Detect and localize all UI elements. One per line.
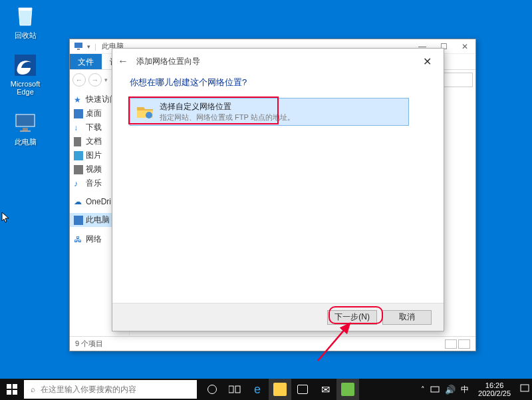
svg-rect-12	[229, 386, 233, 393]
cancel-button[interactable]: 取消	[382, 310, 432, 325]
tray-expand-button[interactable]: ˄	[421, 385, 425, 394]
start-button[interactable]	[0, 379, 24, 400]
tray-network-icon[interactable]	[430, 384, 440, 395]
wizard-title: 添加网络位置向导	[136, 56, 200, 67]
sidebar-label: 文档	[86, 136, 102, 147]
desktop-icon	[74, 109, 83, 118]
videos-icon	[74, 165, 83, 174]
svg-rect-14	[431, 387, 439, 392]
recycle-bin-icon	[12, 3, 39, 29]
nav-forward-button[interactable]: →	[88, 73, 102, 87]
thispc-icon	[12, 109, 39, 136]
svg-rect-15	[521, 385, 529, 391]
taskbar-cortana-button[interactable]	[201, 379, 223, 400]
nav-back-button[interactable]: ←	[72, 73, 86, 87]
desktop-icon-label: Microsoft Edge	[4, 80, 47, 96]
down-arrow-icon[interactable]: ▾	[87, 43, 90, 50]
wizard-header: ← 添加网络位置向导 ✕	[112, 49, 444, 74]
desktop-icon-label: 回收站	[4, 31, 47, 41]
svg-rect-9	[13, 384, 17, 389]
svg-point-6	[146, 112, 152, 118]
mail-icon: ✉	[319, 383, 332, 396]
taskbar: ⌕ 在这里输入你要搜索的内容 e ✉ ˄ 🔊 中 16:26 2020/2/25	[0, 379, 532, 400]
tray-notifications-button[interactable]	[520, 384, 529, 395]
wizard-close-button[interactable]: ✕	[416, 53, 438, 71]
thispc-small-icon	[74, 41, 83, 52]
taskbar-taskview-button[interactable]	[223, 379, 246, 400]
edge-icon: e	[251, 383, 264, 396]
tab-file[interactable]: 文件	[70, 54, 102, 69]
desktop-this-pc[interactable]: 此电脑	[4, 109, 47, 147]
network-icon: 🖧	[74, 235, 83, 244]
option-title: 选择自定义网络位置	[160, 102, 295, 112]
tray-clock[interactable]: 16:26 2020/2/25	[474, 381, 515, 397]
svg-rect-2	[23, 128, 28, 130]
download-icon: ↓	[74, 123, 83, 132]
folder-network-icon	[136, 102, 154, 120]
sidebar-label: 图片	[86, 150, 102, 161]
mouse-cursor-icon	[1, 212, 11, 224]
taskbar-app-explorer[interactable]	[269, 379, 291, 400]
svg-rect-4	[74, 43, 82, 48]
document-icon	[74, 137, 83, 146]
svg-rect-10	[7, 390, 11, 395]
onedrive-icon: ☁	[74, 197, 83, 206]
svg-rect-13	[235, 386, 240, 393]
folder-icon	[273, 383, 287, 396]
clock-date: 2020/2/25	[478, 389, 511, 397]
star-icon: ★	[74, 95, 83, 104]
sidebar-label: OneDri	[86, 197, 111, 206]
add-network-location-wizard: ← 添加网络位置向导 ✕ 你想在哪儿创建这个网络位置? 选择自定义网络位置 指定…	[112, 48, 444, 331]
pictures-icon	[74, 151, 83, 160]
status-item-count: 9 个项目	[75, 339, 103, 349]
edge-icon	[12, 52, 39, 79]
sidebar-label: 此电脑	[86, 214, 110, 226]
sidebar-label: 音乐	[86, 178, 102, 189]
svg-rect-3	[20, 130, 31, 132]
view-details-button[interactable]	[445, 339, 457, 349]
svg-rect-11	[13, 390, 17, 395]
wizard-footer: 下一步(N) 取消	[112, 303, 444, 331]
desktop-icon-label: 此电脑	[4, 137, 47, 147]
tray-volume-icon[interactable]: 🔊	[445, 385, 456, 395]
sidebar-label: 下载	[86, 122, 102, 133]
taskbar-app-store[interactable]	[291, 379, 314, 400]
nav-history-dropdown[interactable]: ▾	[104, 77, 108, 83]
clock-time: 16:26	[478, 381, 511, 389]
wizard-back-button[interactable]: ←	[118, 55, 131, 67]
sidebar-label: 桌面	[86, 108, 102, 119]
search-icon: ⌕	[31, 385, 35, 394]
thispc-icon	[74, 216, 83, 225]
desktop-recycle-bin[interactable]: 回收站	[4, 3, 47, 41]
taskbar-search-input[interactable]: ⌕ 在这里输入你要搜索的内容	[24, 380, 197, 399]
next-button[interactable]: 下一步(N)	[327, 310, 377, 325]
system-tray: ˄ 🔊 中 16:26 2020/2/25	[421, 381, 532, 397]
option-custom-network-location[interactable]: 选择自定义网络位置 指定网站、网络位置或 FTP 站点的地址。	[130, 98, 409, 126]
taskbar-app-mail[interactable]: ✉	[314, 379, 336, 400]
sidebar-label: 视频	[86, 164, 102, 175]
store-icon	[297, 385, 308, 394]
explorer-statusbar: 9 个项目	[70, 336, 475, 351]
taskbar-app-edge[interactable]: e	[246, 379, 269, 400]
svg-rect-1	[16, 114, 35, 126]
svg-rect-8	[7, 384, 11, 389]
svg-rect-5	[77, 49, 80, 50]
wizard-question: 你想在哪儿创建这个网络位置?	[130, 77, 426, 89]
tray-ime-indicator[interactable]: 中	[461, 384, 469, 395]
close-button[interactable]: ✕	[454, 39, 475, 54]
view-icons-button[interactable]	[458, 339, 470, 349]
desktop-edge[interactable]: Microsoft Edge	[4, 52, 47, 96]
sidebar-label: 网络	[86, 234, 102, 245]
option-description: 指定网站、网络位置或 FTP 站点的地址。	[160, 112, 295, 122]
music-icon: ♪	[74, 179, 83, 188]
app-icon	[341, 383, 354, 396]
button-label: 取消	[399, 311, 415, 323]
search-placeholder: 在这里输入你要搜索的内容	[41, 384, 136, 395]
button-label: 下一步(N)	[334, 311, 370, 323]
wizard-option-list: 选择自定义网络位置 指定网站、网络位置或 FTP 站点的地址。	[130, 98, 426, 126]
taskbar-app-unknown[interactable]	[336, 379, 359, 400]
